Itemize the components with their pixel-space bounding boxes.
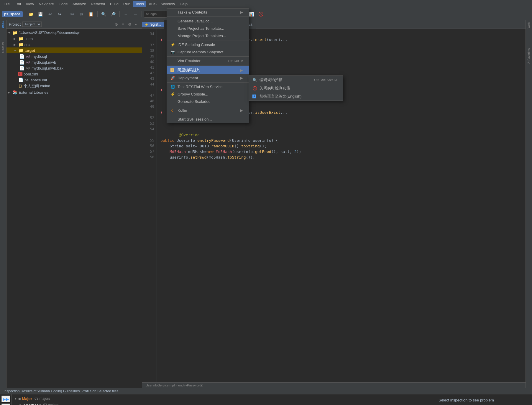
menu-help[interactable]: Help [177,1,190,7]
collapse-btn[interactable]: ≡ [120,21,126,27]
menu-sep-2 [167,40,249,40]
file-tree-header: Project Project ⊙ ≡ ⚙ ⋯ [6,20,142,29]
run-config-selector[interactable]: ⚙ login... [144,11,168,18]
toolbar-redo[interactable]: ↪ [55,10,64,18]
toolbar-find[interactable]: 🔍 [100,10,108,18]
ali-submenu: 🔍 编码规约扫描 Ctrl+Alt+Shift+J 🚫 关闭实时检测功能 🅰 切… [249,75,343,101]
major-row[interactable]: ▼ ■ Major 63 majors [12,396,435,402]
breadcrumb-method: enctryPassword() [178,383,203,387]
toolbar-cut[interactable]: ✂ [68,10,76,18]
tree-item-mydb-sql[interactable]: 📄 sql mydb.sql [6,53,142,59]
menu-code[interactable]: Code [56,1,70,7]
inspection-right: Select inspection to see problem Ali-Che… [435,394,532,405]
tools-dropdown-menu: Tasks & Contexts ▶ Generate JavaDoc... S… [167,8,249,123]
breadcrumb-class: UserinfoServiceImpl [146,383,175,387]
menu-edit[interactable]: Edit [12,1,23,7]
submenu-scan[interactable]: 🔍 编码规约扫描 Ctrl+Alt+Shift+J [249,76,343,84]
menu-item-kotlin[interactable]: K Kotlin ▶ [167,107,249,114]
tree-toolbar: ⊙ ≡ ⚙ ⋯ [113,21,139,27]
project-header-label: Project [9,22,21,27]
toolbar-disable[interactable]: 🚫 [257,10,265,18]
tree-item-idea[interactable]: ▶ 📁 .idea [6,36,142,42]
menu-item-manage-templates[interactable]: Manage Project Templates... [167,32,249,39]
filter-icon[interactable]: ⬜ [1,404,11,405]
kotlin-icon: K [170,108,175,113]
tree-item-iml[interactable]: 📄 ps_space.iml [6,77,142,83]
side-tabs-right: Web 2: Favorites [526,20,532,388]
submenu-switch-lang[interactable]: 🅰 切换语言至英文(English) [249,92,343,101]
menu-item-memory[interactable]: 📷 Capture Memory Snapshot [167,48,249,56]
toolbar-save[interactable]: 💾 [37,10,45,18]
menu-navigate[interactable]: Navigate [36,1,56,7]
gear-btn[interactable]: ⋯ [134,21,139,27]
menu-sep-4 [167,65,249,65]
menu-sep-5 [167,82,249,83]
menu-sep-1 [167,17,249,17]
groovy-icon: ⚡ [170,92,175,96]
inspection-tree: ▼ ■ Major 63 majors ▼ Ali-Check 63 major… [12,394,435,405]
toolbar-back[interactable]: ← [122,10,130,18]
menu-item-ssh[interactable]: Start SSH session... [167,116,249,123]
locate-btn[interactable]: ⊙ [113,21,119,27]
menu-view[interactable]: View [23,1,36,7]
run-icon[interactable]: ▶▶ [1,396,11,403]
breadcrumb-separator-1: › [176,383,177,387]
menu-run[interactable]: Run [121,1,133,7]
menu-window[interactable]: Window [159,1,177,7]
tree-item-target[interactable]: ▼ 📁 target [6,47,142,53]
project-label: ps_space [2,11,23,17]
project-side-icon[interactable]: Project [1,21,6,27]
line-numbers: 34 37 38 39 40 41 42 43 44 47 48 49 52 5… [142,29,157,382]
toolbar-find2[interactable]: 🔎 [109,10,117,18]
tree-item-mydb-mwb[interactable]: 📄 sql mydb.sql.mwb [6,59,142,65]
toolbar-separator-2 [66,11,66,17]
file-tree: Project Project ⊙ ≡ ⚙ ⋯ ▼ 📁 :\\Users\\AS… [6,20,142,388]
menu-item-ali[interactable]: 🅰 阿里编码规约 ▶ [167,66,249,74]
ali-icon: 🅰 [170,68,175,73]
tree-item-xmind[interactable]: 🗒 个人空间.xmind [6,83,142,89]
submenu-close-detect[interactable]: 🚫 关闭实时检测功能 [249,84,343,92]
menu-tools[interactable]: Tools [133,1,146,7]
menu-bar: File Edit View Navigate Code Analyze Ref… [0,0,532,8]
toolbar-separator-1 [25,11,25,17]
menu-item-groovy[interactable]: ⚡ Groovy Console... [167,90,249,98]
settings-btn[interactable]: ⚙ [127,21,133,27]
regist-tab[interactable]: ⚡ regist... [142,22,164,27]
scope-selector[interactable]: Project [22,22,42,27]
menu-file[interactable]: File [1,1,12,7]
menu-item-deployment[interactable]: 🚀 Deployment ▶ [167,74,249,82]
menu-item-rest[interactable]: 🌐 Test RESTful Web Service [167,83,249,90]
toolbar-undo[interactable]: ↩ [46,10,54,18]
tree-item-src[interactable]: ▶ 📁 src [6,42,142,47]
toolbar-open[interactable]: 📁 [27,10,35,18]
inspection-right-text: Select inspection to see problem [439,398,528,402]
menu-vcs[interactable]: VCS [146,1,159,7]
menu-item-save-template[interactable]: Save Project as Template... [167,25,249,32]
menu-analyze[interactable]: Analyze [70,1,88,7]
tree-item-ext-libs[interactable]: ▶ 📚 External Libraries [6,89,142,95]
toolbar-forward[interactable]: → [131,10,139,18]
close-detect-icon: 🚫 [252,86,257,90]
web-tab[interactable]: Web [527,21,531,29]
menu-item-javadoc[interactable]: Generate JavaDoc... [167,17,249,25]
tree-item-pom[interactable]: 🅼 pom.xml [6,71,142,77]
scripting-icon: ⚡ [170,42,175,47]
tree-root[interactable]: ▼ 📁 :\\Users\\ASUS\\Desktop\\document\\p… [6,30,142,36]
structure-icon[interactable]: Structure [1,45,6,50]
menu-item-tasks[interactable]: Tasks & Contexts ▶ [167,9,249,16]
tree-item-mydb-bak[interactable]: 📄 sql mydb.sql.mwb.bak [6,65,142,71]
ali-check-row[interactable]: ▼ Ali-Check 63 majors [12,402,435,405]
toolbar-copy[interactable]: ⎘ [78,10,86,18]
deploy-icon: 🚀 [170,76,175,80]
favorites-tab[interactable]: 2: Favorites [527,47,531,65]
menu-item-ide-scripting[interactable]: ⚡ IDE Scripting Console [167,41,249,48]
toolbar-paste[interactable]: 📋 [87,10,95,18]
menu-item-vim[interactable]: Vim Emulator Ctrl+Alt+V [167,57,249,65]
memory-icon: 📷 [170,50,175,54]
scan-icon: 🔍 [252,78,257,82]
toolbar-separator-3 [97,11,98,17]
side-icons-left: Project Structure [0,20,6,388]
menu-item-scaladoc[interactable]: Generate Scaladoc [167,98,249,105]
menu-build[interactable]: Build [108,1,121,7]
menu-refactor[interactable]: Refactor [88,1,108,7]
